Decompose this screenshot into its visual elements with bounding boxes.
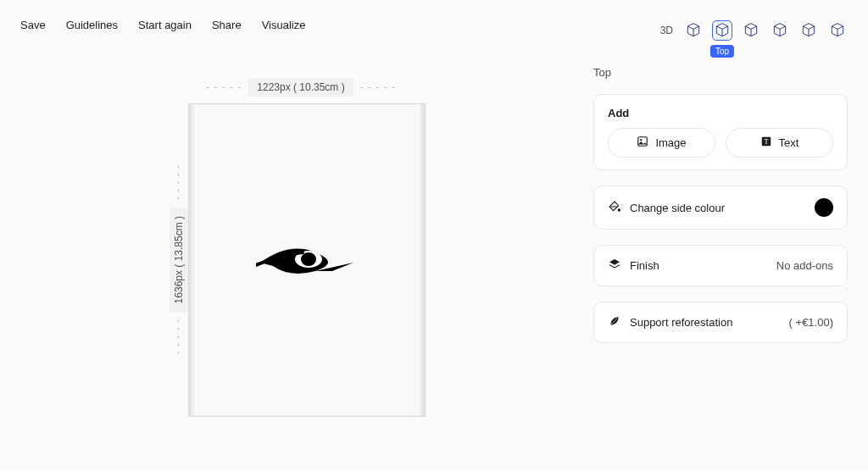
canvas-area: - - - - - 1223px ( 10.35cm ) - - - - - -… (170, 78, 432, 417)
colour-swatch (815, 198, 833, 217)
ruler-top: - - - - - 1223px ( 10.35cm ) - - - - - (170, 78, 432, 97)
svg-rect-2 (638, 137, 648, 147)
ruler-height-label: 1636px ( 13.85cm ) (170, 208, 188, 312)
ruler-dash-right: - - - - - (360, 81, 396, 93)
menu-save[interactable]: Save (20, 19, 46, 31)
section-title: Top (593, 66, 848, 79)
menu-visualize[interactable]: Visualize (262, 19, 306, 31)
ruler-width-label: 1223px ( 10.35cm ) (248, 78, 353, 97)
layers-icon (608, 258, 621, 274)
menu-share[interactable]: Share (212, 19, 242, 31)
view-cube-1[interactable] (683, 20, 704, 41)
finish-value: No add-ons (776, 259, 833, 272)
view-cube-4[interactable] (770, 20, 790, 41)
add-card: Add Image T Text (593, 94, 848, 170)
side-colour-label: Change side colour (630, 202, 725, 214)
view-cube-6[interactable] (827, 20, 848, 41)
view-cube-5[interactable] (798, 20, 819, 41)
design-canvas[interactable] (188, 103, 426, 417)
change-side-colour-button[interactable]: Change side colour (593, 186, 848, 230)
add-text-button[interactable]: T Text (726, 128, 833, 158)
add-image-button[interactable]: Image (608, 128, 715, 158)
text-icon: T (760, 136, 772, 150)
image-icon (637, 136, 648, 150)
view-cube-3[interactable] (741, 20, 761, 41)
ruler-left: - - - - - 1636px ( 13.85cm ) - - - - - (170, 103, 188, 417)
artwork-eye[interactable] (256, 237, 358, 283)
svg-point-3 (641, 139, 643, 141)
menu-start-again[interactable]: Start again (138, 19, 192, 31)
svg-point-1 (301, 252, 316, 266)
menu-guidelines[interactable]: Guidelines (66, 19, 118, 31)
reforestation-button[interactable]: Support reforestation ( +€1.00) (593, 302, 848, 343)
leaf-icon (608, 314, 621, 330)
view-cube-2-selected[interactable]: Top (712, 20, 732, 41)
finish-button[interactable]: Finish No add-ons (593, 245, 848, 286)
top-menu: Save Guidelines Start again Share Visual… (20, 19, 305, 31)
paint-bucket-icon (608, 200, 621, 216)
view-tag: Top (710, 45, 734, 58)
reforestation-value: ( +€1.00) (789, 316, 833, 329)
ruler-dash-left: - - - - - (206, 81, 242, 93)
view-3d-label[interactable]: 3D (660, 25, 673, 36)
add-image-label: Image (655, 136, 686, 149)
ruler-dash-bottom: - - - - - (173, 319, 185, 355)
view-switcher: 3D Top (593, 20, 848, 41)
svg-point-6 (618, 208, 620, 210)
right-panel: 3D Top Top Add Image T Text (593, 20, 848, 343)
add-title: Add (608, 107, 833, 119)
svg-text:T: T (764, 138, 768, 146)
reforestation-label: Support reforestation (630, 316, 732, 329)
ruler-dash-top: - - - - - (173, 165, 185, 201)
add-text-label: Text (779, 136, 799, 149)
finish-label: Finish (630, 259, 659, 272)
